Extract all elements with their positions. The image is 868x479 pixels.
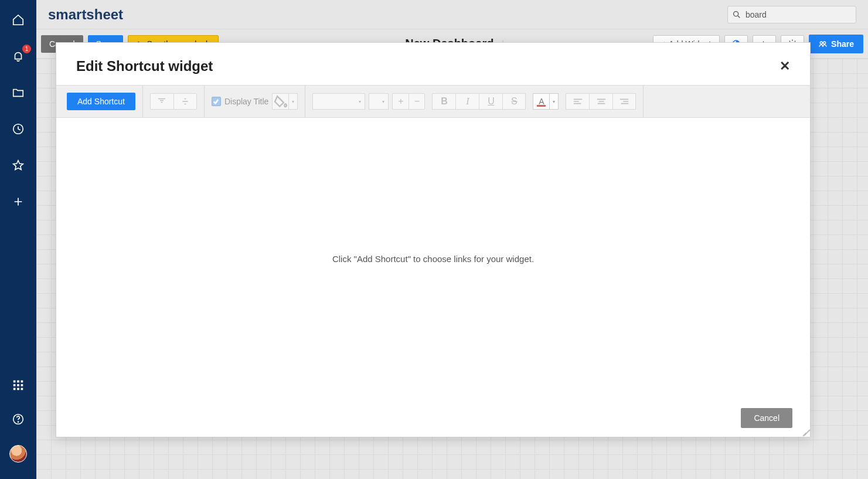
align-top-button[interactable] (150, 93, 173, 110)
search-icon (732, 10, 741, 19)
close-icon[interactable]: ✕ (780, 60, 790, 73)
display-title-checkbox[interactable]: Display Title (212, 97, 268, 106)
modal-cancel-button[interactable]: Cancel (741, 408, 792, 428)
svg-rect-9 (21, 388, 23, 390)
svg-point-11 (18, 422, 18, 422)
fill-color-button[interactable] (272, 93, 288, 110)
check-icon (212, 97, 221, 106)
svg-rect-7 (13, 388, 16, 390)
italic-button[interactable]: I (455, 93, 479, 110)
svg-rect-6 (21, 384, 23, 386)
global-search (727, 6, 856, 23)
svg-rect-8 (17, 388, 19, 390)
font-increase-button[interactable]: + (392, 93, 409, 110)
align-right-button[interactable] (612, 93, 636, 110)
resize-handle[interactable] (801, 427, 809, 436)
svg-rect-1 (13, 381, 16, 383)
favorites-icon[interactable] (10, 157, 26, 174)
left-rail: 1 (0, 0, 36, 479)
svg-rect-2 (17, 381, 19, 383)
widget-toolbar: Add Shortcut Display Title ▾ (56, 85, 810, 118)
svg-point-12 (734, 11, 738, 16)
align-middle-button[interactable] (173, 93, 197, 110)
svg-rect-5 (17, 384, 19, 386)
font-size-select[interactable]: ▾ (369, 93, 389, 110)
help-icon[interactable] (10, 411, 26, 427)
user-avatar[interactable] (9, 445, 27, 463)
apps-icon[interactable] (10, 377, 26, 393)
search-input[interactable] (727, 6, 856, 23)
top-bar: smartsheet (36, 0, 868, 29)
notification-badge: 1 (22, 45, 31, 53)
svg-rect-4 (13, 384, 16, 386)
edit-shortcut-modal: Edit Shortcut widget ✕ Add Shortcut Disp… (56, 42, 811, 437)
svg-point-15 (820, 42, 822, 44)
recent-icon[interactable] (10, 121, 26, 137)
brand-logo: smartsheet (48, 6, 123, 23)
font-family-select[interactable]: ▾ (312, 93, 365, 110)
add-shortcut-button[interactable]: Add Shortcut (67, 93, 135, 110)
font-decrease-button[interactable]: − (409, 93, 425, 110)
strikethrough-button[interactable]: S (502, 93, 526, 110)
underline-button[interactable]: U (479, 93, 502, 110)
svg-point-16 (823, 42, 826, 44)
fill-color-dropdown[interactable]: ▾ (288, 93, 298, 110)
text-color-button[interactable]: A (533, 93, 549, 110)
svg-rect-3 (21, 381, 23, 383)
text-color-dropdown[interactable]: ▾ (549, 93, 559, 110)
align-center-button[interactable] (589, 93, 612, 110)
notifications-icon[interactable]: 1 (10, 48, 26, 64)
add-icon[interactable] (10, 193, 26, 210)
empty-state-text: Click "Add Shortcut" to choose links for… (332, 254, 534, 264)
share-button[interactable]: Share (809, 35, 863, 53)
align-left-button[interactable] (566, 93, 589, 110)
folder-icon[interactable] (10, 84, 26, 101)
modal-title: Edit Shortcut widget (76, 58, 213, 74)
home-icon[interactable] (10, 12, 26, 28)
bold-button[interactable]: B (432, 93, 455, 110)
